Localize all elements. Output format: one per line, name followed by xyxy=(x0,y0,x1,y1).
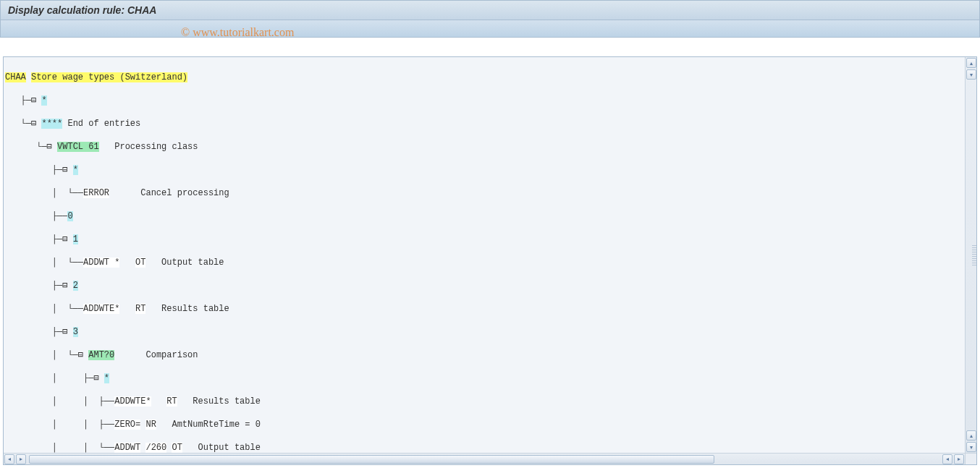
p2: /260 xyxy=(145,443,166,453)
scrollbar-corner xyxy=(965,453,976,464)
op-desc: Output table xyxy=(198,443,260,453)
tree-row[interactable]: ├─⊟ 2 xyxy=(5,280,976,292)
op: ADDWT * xyxy=(83,258,119,268)
node-val: 3 xyxy=(73,327,78,337)
scroll-down-icon[interactable]: ▾ xyxy=(966,69,976,80)
tree-row[interactable]: │ └─⊟ AMT?0 Comparison xyxy=(5,349,976,361)
node-val: 2 xyxy=(73,281,78,291)
op: ADDWTE* xyxy=(83,304,119,314)
tree-row[interactable]: │ │ ├──ZERO= NR AmtNumRteTime = 0 xyxy=(5,419,976,430)
grip-icon xyxy=(972,245,976,265)
node-desc: Comparison xyxy=(145,350,198,360)
scroll-left-icon[interactable]: ◂ xyxy=(942,454,952,464)
scroll-track[interactable] xyxy=(28,454,941,464)
scroll-down-icon[interactable]: ▾ xyxy=(966,442,976,452)
node-star: * xyxy=(73,165,78,175)
scrollbar-vertical[interactable]: ▴ ▾ ▴ ▾ xyxy=(965,57,976,453)
tree-row[interactable]: ├─⊟ 3 xyxy=(5,326,976,338)
p2: NR xyxy=(145,420,156,430)
tree-row[interactable]: │ ├─⊟ * xyxy=(5,373,976,384)
root-desc: Store wage types (Switzerland) xyxy=(31,72,187,82)
page-title: Display calculation rule: CHAA xyxy=(8,4,156,16)
op-desc: AmtNumRteTime = 0 xyxy=(172,420,260,430)
op-desc: Output table xyxy=(161,258,224,268)
root-code: CHAA xyxy=(5,72,26,82)
toolbar xyxy=(0,20,980,38)
tree-row[interactable]: ├─⊟ * xyxy=(5,164,976,176)
tbl: RT xyxy=(135,304,145,314)
tree-row[interactable]: ├─⊟ * xyxy=(5,95,976,106)
node-code: AMT?0 xyxy=(88,350,114,360)
scroll-up-icon[interactable]: ▴ xyxy=(966,58,976,68)
tree-row[interactable]: CHAA Store wage types (Switzerland) xyxy=(5,72,976,83)
tree-row[interactable]: └─⊟ VWTCL 61 Processing class xyxy=(5,141,976,153)
tree-row[interactable]: │ └──ADDWTE* RT Results table xyxy=(5,303,976,315)
op: ADDWTE* xyxy=(114,396,151,407)
tbl: OT xyxy=(135,258,145,268)
title-bar: Display calculation rule: CHAA xyxy=(0,0,980,20)
op: ZERO= xyxy=(114,420,140,430)
op: ADDWT xyxy=(114,443,140,453)
tree-row[interactable]: │ └──ADDWT * OT Output table xyxy=(5,257,976,268)
scroll-right-icon[interactable]: ▸ xyxy=(16,454,26,464)
op-desc: Results table xyxy=(193,396,261,407)
op-desc: Cancel processing xyxy=(140,188,229,198)
op-desc: Results table xyxy=(161,304,229,314)
node-code: VWTCL 61 xyxy=(57,142,99,152)
node-val: 1 xyxy=(73,234,78,244)
scrollbar-horizontal[interactable]: ◂ ▸ ◂ ▸ xyxy=(4,453,965,464)
tree-row[interactable]: │ │ └──ADDWT /260 OT Output table xyxy=(5,442,976,454)
scroll-thumb[interactable] xyxy=(29,455,714,464)
node-desc: End of entries xyxy=(67,119,140,129)
op: ERROR xyxy=(83,188,109,198)
node-star: * xyxy=(104,373,109,383)
scroll-up-icon[interactable]: ▴ xyxy=(966,430,976,441)
scroll-right-icon[interactable]: ▸ xyxy=(954,454,964,464)
tree-row[interactable]: └─⊟ **** End of entries xyxy=(5,118,976,129)
content-area: CHAA Store wage types (Switzerland) ├─⊟ … xyxy=(3,56,977,465)
tree-row[interactable]: │ │ ├──ADDWTE* RT Results table xyxy=(5,396,976,407)
tbl: OT xyxy=(172,443,182,453)
node-code: **** xyxy=(41,119,62,129)
node-desc: Processing class xyxy=(114,142,198,152)
node-val: 0 xyxy=(67,211,72,221)
tree-row[interactable]: ├─⊟ 1 xyxy=(5,234,976,245)
rule-tree: CHAA Store wage types (Switzerland) ├─⊟ … xyxy=(4,57,976,465)
tree-row[interactable]: ├──0 xyxy=(5,210,976,222)
tbl: RT xyxy=(166,396,177,407)
tree-row[interactable]: │ └──ERROR Cancel processing xyxy=(5,187,976,199)
node-star: * xyxy=(41,95,46,106)
scroll-left-icon[interactable]: ◂ xyxy=(4,454,14,464)
